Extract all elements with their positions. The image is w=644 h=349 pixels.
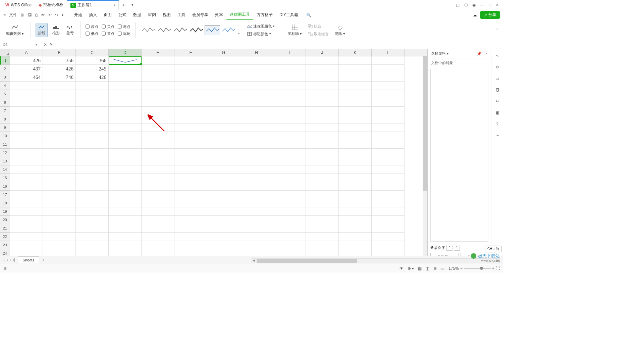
style-more-icon[interactable]: ▾ [238,32,240,35]
cell[interactable] [339,191,372,199]
cell[interactable] [43,233,76,241]
cell[interactable] [273,56,306,65]
checkbox-mark[interactable]: 标记 [118,31,130,36]
formula-input[interactable] [55,42,500,47]
cell[interactable] [76,233,109,241]
edit-data-button[interactable]: 编辑数据 ▾ [4,21,26,40]
cell[interactable] [174,56,207,65]
cell[interactable] [109,182,142,191]
cell[interactable] [372,123,405,132]
cell[interactable] [240,233,273,241]
pin-icon[interactable]: 📌 [477,51,482,56]
cell[interactable] [43,82,76,90]
chart-type-bar[interactable]: 柱形 [50,23,62,37]
cell[interactable] [43,199,76,207]
print-icon[interactable]: ⎙ [35,13,38,17]
cell[interactable] [372,182,405,191]
cell[interactable] [207,90,240,98]
cell[interactable] [240,123,273,132]
row-header[interactable]: 9 [0,123,10,132]
row-header[interactable]: 22 [0,233,10,241]
cube-icon[interactable]: ⬡ [464,3,468,7]
cell[interactable] [372,107,405,115]
cell[interactable] [372,82,405,90]
cell[interactable] [273,191,306,199]
cell[interactable] [306,115,339,123]
help-icon[interactable]: ? [494,121,501,128]
column-header[interactable]: B [43,49,76,56]
ungroup-button[interactable]: 取消组合 [307,31,330,37]
cell[interactable] [339,107,372,115]
menu-tab[interactable]: 公式 [115,10,130,20]
cell[interactable] [306,56,339,65]
cell[interactable] [10,132,43,140]
cell[interactable]: 426 [76,73,109,82]
save-icon[interactable]: 🗎 [20,13,24,17]
cell[interactable] [76,165,109,174]
view-break-icon[interactable]: ⊟ [433,266,437,271]
cell[interactable] [109,216,142,224]
cell[interactable] [339,241,372,249]
cell[interactable] [142,165,174,174]
cell[interactable] [207,107,240,115]
column-header[interactable]: F [174,49,207,56]
cell[interactable] [273,90,306,98]
cell[interactable] [339,149,372,157]
cell[interactable] [306,140,339,149]
cell[interactable] [339,82,372,90]
cell[interactable] [76,199,109,207]
cell[interactable] [142,216,174,224]
menu-tab[interactable]: 页面 [100,10,115,20]
cell[interactable] [273,73,306,82]
cell[interactable] [306,90,339,98]
cell[interactable] [339,224,372,233]
row-header[interactable]: 20 [0,216,10,224]
cell[interactable] [240,56,273,65]
cell[interactable] [174,115,207,123]
cell[interactable] [240,182,273,191]
print-preview-icon[interactable]: 👁 [41,13,45,17]
cell[interactable] [10,233,43,241]
cell[interactable] [10,174,43,182]
cell[interactable] [240,207,273,216]
cell[interactable] [339,140,372,149]
cell[interactable] [339,216,372,224]
qat-dropdown-icon[interactable]: ▾ [62,13,63,17]
cell[interactable] [207,207,240,216]
column-header[interactable]: A [10,49,43,56]
cell[interactable] [174,107,207,115]
cell[interactable] [174,233,207,241]
style-up-icon[interactable]: ˄ [238,25,240,29]
cell[interactable] [339,123,372,132]
cell[interactable] [43,132,76,140]
row-header[interactable]: 12 [0,149,10,157]
cell[interactable] [306,182,339,191]
settings-slider-icon[interactable]: ⚙ [494,64,501,70]
cell[interactable] [76,82,109,90]
cell[interactable] [174,123,207,132]
cell[interactable] [76,191,109,199]
cell[interactable] [142,199,174,207]
chart-type-line[interactable]: 折线 [36,23,48,37]
cell[interactable] [273,115,306,123]
cell[interactable] [10,165,43,174]
cell[interactable] [240,107,273,115]
cell[interactable] [174,174,207,182]
cell[interactable] [273,207,306,216]
cell[interactable] [207,224,240,233]
cell[interactable] [109,157,142,165]
cell[interactable] [174,216,207,224]
cell[interactable] [174,241,207,249]
cell[interactable] [109,174,142,182]
cell[interactable] [142,132,174,140]
cell[interactable] [273,182,306,191]
cell[interactable] [240,157,273,165]
cell[interactable] [339,157,372,165]
redo-icon[interactable]: ↷ [55,13,58,17]
save-as-icon[interactable]: 🖫 [28,13,32,17]
menu-tab[interactable]: 效率 [212,10,226,20]
cell[interactable] [372,132,405,140]
cell[interactable] [43,115,76,123]
cell[interactable] [76,241,109,249]
cell[interactable] [273,233,306,241]
